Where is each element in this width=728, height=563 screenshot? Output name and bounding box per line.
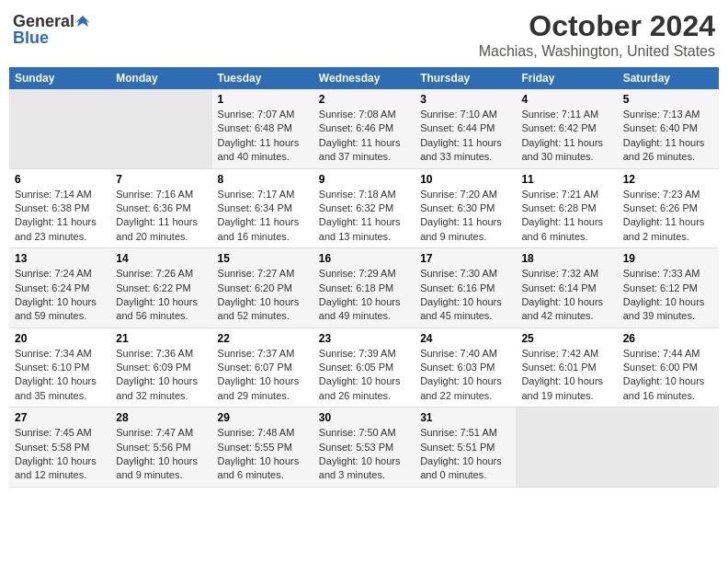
calendar-cell: 23Sunrise: 7:39 AMSunset: 6:05 PMDayligh… [313, 327, 415, 408]
day-number: 29 [218, 411, 308, 424]
page-header: General Blue October 2024 Machias, Washi… [9, 9, 719, 60]
calendar-cell: 9Sunrise: 7:18 AMSunset: 6:32 PMDaylight… [313, 168, 415, 248]
calendar-cell: 21Sunrise: 7:36 AMSunset: 6:09 PMDayligh… [110, 327, 211, 408]
day-info: Sunrise: 7:17 AMSunset: 6:34 PMDaylight:… [218, 188, 308, 245]
calendar-cell: 24Sunrise: 7:40 AMSunset: 6:03 PMDayligh… [415, 327, 516, 408]
day-number: 6 [15, 173, 105, 186]
calendar-cell: 17Sunrise: 7:30 AMSunset: 6:16 PMDayligh… [415, 248, 516, 328]
day-number: 31 [420, 411, 510, 424]
calendar-cell: 30Sunrise: 7:50 AMSunset: 5:53 PMDayligh… [313, 408, 415, 488]
calendar-cell: 31Sunrise: 7:51 AMSunset: 5:51 PMDayligh… [415, 408, 516, 488]
calendar-cell: 11Sunrise: 7:21 AMSunset: 6:28 PMDayligh… [516, 168, 617, 248]
calendar-cell: 7Sunrise: 7:16 AMSunset: 6:36 PMDaylight… [110, 168, 211, 248]
calendar-cell: 20Sunrise: 7:34 AMSunset: 6:10 PMDayligh… [9, 327, 110, 408]
calendar-cell: 6Sunrise: 7:14 AMSunset: 6:38 PMDaylight… [9, 168, 110, 248]
calendar-cell: 19Sunrise: 7:33 AMSunset: 6:12 PMDayligh… [618, 248, 719, 328]
calendar-cell [516, 408, 617, 488]
calendar-cell [110, 89, 211, 168]
calendar-cell: 1Sunrise: 7:07 AMSunset: 6:48 PMDaylight… [212, 89, 313, 168]
day-info: Sunrise: 7:30 AMSunset: 6:16 PMDaylight:… [420, 267, 510, 324]
day-info: Sunrise: 7:29 AMSunset: 6:18 PMDaylight:… [319, 267, 409, 324]
weekday-header: Thursday [415, 67, 516, 89]
page-title: October 2024 [479, 9, 715, 43]
day-number: 8 [218, 173, 308, 186]
day-number: 5 [623, 93, 713, 106]
day-info: Sunrise: 7:26 AMSunset: 6:22 PMDaylight:… [116, 267, 206, 324]
day-number: 7 [116, 173, 206, 186]
calendar-week-row: 13Sunrise: 7:24 AMSunset: 6:24 PMDayligh… [9, 248, 719, 328]
weekday-header: Tuesday [212, 67, 313, 89]
day-number: 21 [116, 332, 206, 345]
day-info: Sunrise: 7:39 AMSunset: 6:05 PMDaylight:… [319, 347, 409, 404]
svg-marker-0 [75, 16, 90, 27]
day-info: Sunrise: 7:24 AMSunset: 6:24 PMDaylight:… [15, 267, 105, 324]
day-number: 1 [218, 93, 308, 106]
day-number: 13 [15, 252, 105, 265]
day-info: Sunrise: 7:18 AMSunset: 6:32 PMDaylight:… [319, 188, 409, 245]
day-info: Sunrise: 7:47 AMSunset: 5:56 PMDaylight:… [116, 426, 206, 483]
calendar-cell: 8Sunrise: 7:17 AMSunset: 6:34 PMDaylight… [212, 168, 313, 248]
day-number: 2 [319, 93, 409, 106]
calendar-cell: 12Sunrise: 7:23 AMSunset: 6:26 PMDayligh… [618, 168, 719, 248]
day-number: 20 [15, 332, 105, 345]
calendar-table: SundayMondayTuesdayWednesdayThursdayFrid… [9, 67, 719, 488]
day-info: Sunrise: 7:20 AMSunset: 6:30 PMDaylight:… [420, 188, 510, 245]
day-info: Sunrise: 7:44 AMSunset: 6:00 PMDaylight:… [623, 347, 713, 404]
calendar-week-row: 1Sunrise: 7:07 AMSunset: 6:48 PMDaylight… [9, 89, 719, 168]
day-info: Sunrise: 7:23 AMSunset: 6:26 PMDaylight:… [623, 188, 713, 245]
day-number: 30 [319, 411, 409, 424]
day-number: 9 [319, 173, 409, 186]
calendar-cell: 16Sunrise: 7:29 AMSunset: 6:18 PMDayligh… [313, 248, 415, 328]
day-number: 17 [420, 252, 510, 265]
page-subtitle: Machias, Washington, United States [479, 43, 715, 60]
day-number: 14 [116, 252, 206, 265]
day-info: Sunrise: 7:08 AMSunset: 6:46 PMDaylight:… [319, 108, 409, 165]
logo-general-text: General [13, 13, 74, 29]
calendar-cell: 13Sunrise: 7:24 AMSunset: 6:24 PMDayligh… [9, 248, 110, 328]
day-info: Sunrise: 7:11 AMSunset: 6:42 PMDaylight:… [521, 108, 611, 165]
calendar-cell: 15Sunrise: 7:27 AMSunset: 6:20 PMDayligh… [212, 248, 313, 328]
weekday-header: Monday [110, 67, 211, 89]
weekday-header: Friday [516, 67, 617, 89]
day-number: 22 [218, 332, 308, 345]
title-block: October 2024 Machias, Washington, United… [479, 9, 715, 60]
day-info: Sunrise: 7:07 AMSunset: 6:48 PMDaylight:… [218, 108, 308, 165]
day-info: Sunrise: 7:36 AMSunset: 6:09 PMDaylight:… [116, 347, 206, 404]
day-info: Sunrise: 7:48 AMSunset: 5:55 PMDaylight:… [218, 426, 308, 483]
day-number: 16 [319, 252, 409, 265]
day-number: 23 [319, 332, 409, 345]
calendar-cell: 26Sunrise: 7:44 AMSunset: 6:00 PMDayligh… [618, 327, 719, 408]
logo-bird-icon [75, 14, 90, 29]
calendar-cell [9, 89, 110, 168]
day-number: 26 [623, 332, 713, 345]
day-number: 3 [420, 93, 510, 106]
calendar-cell: 14Sunrise: 7:26 AMSunset: 6:22 PMDayligh… [110, 248, 211, 328]
day-info: Sunrise: 7:51 AMSunset: 5:51 PMDaylight:… [420, 426, 510, 483]
day-number: 15 [218, 252, 308, 265]
day-info: Sunrise: 7:42 AMSunset: 6:01 PMDaylight:… [521, 347, 611, 404]
calendar-cell: 18Sunrise: 7:32 AMSunset: 6:14 PMDayligh… [516, 248, 617, 328]
calendar-cell: 2Sunrise: 7:08 AMSunset: 6:46 PMDaylight… [313, 89, 415, 168]
day-number: 19 [623, 252, 713, 265]
day-number: 10 [420, 173, 510, 186]
day-number: 18 [521, 252, 611, 265]
calendar-cell: 27Sunrise: 7:45 AMSunset: 5:58 PMDayligh… [9, 408, 110, 488]
weekday-header: Saturday [618, 67, 719, 89]
day-info: Sunrise: 7:40 AMSunset: 6:03 PMDaylight:… [420, 347, 510, 404]
weekday-header-row: SundayMondayTuesdayWednesdayThursdayFrid… [9, 67, 719, 89]
day-number: 25 [521, 332, 611, 345]
calendar-week-row: 6Sunrise: 7:14 AMSunset: 6:38 PMDaylight… [9, 168, 719, 248]
day-number: 12 [623, 173, 713, 186]
calendar-cell: 22Sunrise: 7:37 AMSunset: 6:07 PMDayligh… [212, 327, 313, 408]
weekday-header: Wednesday [313, 67, 415, 89]
day-number: 4 [521, 93, 611, 106]
day-info: Sunrise: 7:27 AMSunset: 6:20 PMDaylight:… [218, 267, 308, 324]
calendar-cell [618, 408, 719, 488]
day-number: 27 [15, 411, 105, 424]
calendar-cell: 3Sunrise: 7:10 AMSunset: 6:44 PMDaylight… [415, 89, 516, 168]
weekday-header: Sunday [9, 67, 110, 89]
day-info: Sunrise: 7:16 AMSunset: 6:36 PMDaylight:… [116, 188, 206, 245]
day-info: Sunrise: 7:33 AMSunset: 6:12 PMDaylight:… [623, 267, 713, 324]
day-info: Sunrise: 7:37 AMSunset: 6:07 PMDaylight:… [218, 347, 308, 404]
day-number: 11 [521, 173, 611, 186]
